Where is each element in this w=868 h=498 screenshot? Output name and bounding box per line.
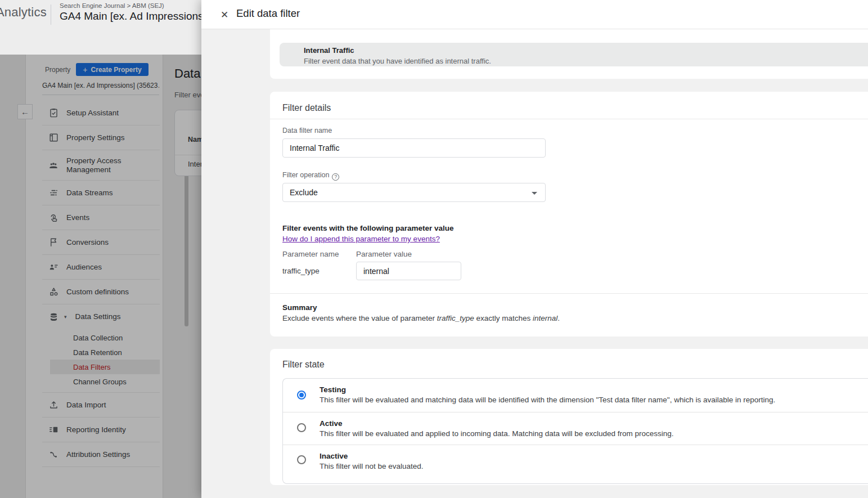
- active-radio[interactable]: [297, 423, 306, 432]
- filter-operation-value: Exclude: [290, 188, 318, 197]
- summary-heading: Summary: [282, 303, 317, 312]
- modal-scrim-light: [0, 0, 201, 55]
- data-filter-name-input[interactable]: [282, 138, 546, 158]
- summary-param-italic: traffic_type: [437, 314, 474, 322]
- internal-traffic-infobox: Internal Traffic Filter event data that …: [280, 43, 868, 66]
- append-parameter-help-link[interactable]: How do I append this parameter to my eve…: [282, 235, 440, 243]
- filter-details-card: Filter details Data filter name Filter o…: [270, 92, 868, 337]
- help-icon[interactable]: ?: [332, 173, 339, 181]
- option-label: Testing: [320, 385, 346, 394]
- option-label: Active: [320, 419, 343, 428]
- option-testing[interactable]: Testing This filter will be evaluated an…: [283, 379, 868, 412]
- option-label: Inactive: [320, 452, 348, 460]
- infobox-title: Internal Traffic: [304, 46, 354, 55]
- filter-operation-select[interactable]: Exclude: [282, 183, 546, 202]
- filter-events-heading: Filter events with the following paramet…: [282, 224, 454, 232]
- dropdown-caret-icon: [532, 192, 537, 195]
- summary-value-italic: internal: [533, 314, 557, 322]
- option-active[interactable]: Active This filter will be evaluated and…: [283, 412, 868, 445]
- option-inactive[interactable]: Inactive This filter will not be evaluat…: [283, 445, 868, 483]
- testing-radio[interactable]: [297, 391, 306, 400]
- parameter-name-label: Parameter name: [282, 250, 339, 258]
- section-divider: [270, 119, 868, 119]
- parameter-value-input[interactable]: [356, 262, 461, 280]
- section-divider: [270, 293, 868, 294]
- filter-state-options: Testing This filter will be evaluated an…: [282, 378, 868, 484]
- option-description: This filter will be evaluated and matchi…: [320, 396, 775, 404]
- option-description: This filter will not be evaluated.: [320, 462, 424, 470]
- close-icon[interactable]: ✕: [217, 7, 232, 22]
- dialog-title: Edit data filter: [236, 7, 300, 20]
- inactive-radio[interactable]: [297, 455, 306, 464]
- filter-operation-label: Filter operation?: [282, 171, 339, 181]
- parameter-value-label: Parameter value: [356, 250, 412, 258]
- dialog-header: ✕ Edit data filter: [201, 0, 868, 29]
- filter-type-card: Internal Traffic Filter event data that …: [270, 29, 868, 79]
- filter-state-card: Filter state Testing This filter will be…: [270, 349, 868, 485]
- background-page: Analytics Search Engine Journal > ABM (S…: [0, 0, 201, 498]
- filter-details-heading: Filter details: [282, 103, 331, 113]
- parameter-name-value: traffic_type: [282, 267, 320, 275]
- infobox-description: Filter event data that you have identifi…: [304, 57, 491, 65]
- filter-state-heading: Filter state: [282, 360, 325, 370]
- modal-scrim: [0, 55, 201, 498]
- data-filter-name-label: Data filter name: [282, 127, 332, 134]
- summary-text: Exclude events where the value of parame…: [282, 314, 560, 322]
- option-description: This filter will be evaluated and applie…: [320, 429, 674, 438]
- edit-data-filter-dialog: ✕ Edit data filter Internal Traffic Filt…: [201, 0, 868, 498]
